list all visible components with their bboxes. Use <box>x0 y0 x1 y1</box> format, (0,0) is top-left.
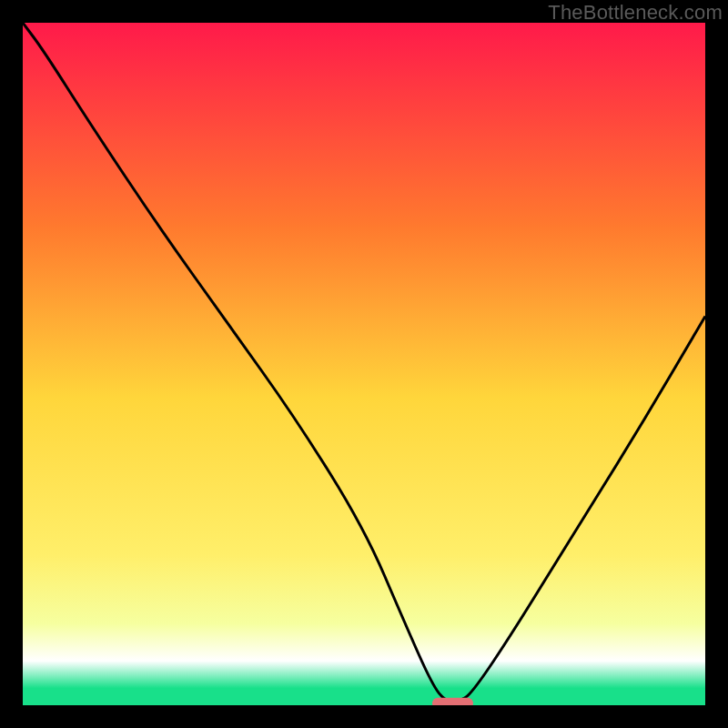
background-rect <box>23 23 705 705</box>
chart-frame: TheBottleneck.com <box>0 0 728 728</box>
watermark-label: TheBottleneck.com <box>548 1 723 25</box>
optimal-marker <box>432 698 473 705</box>
plot-area <box>23 23 705 705</box>
chart-svg <box>23 23 705 705</box>
